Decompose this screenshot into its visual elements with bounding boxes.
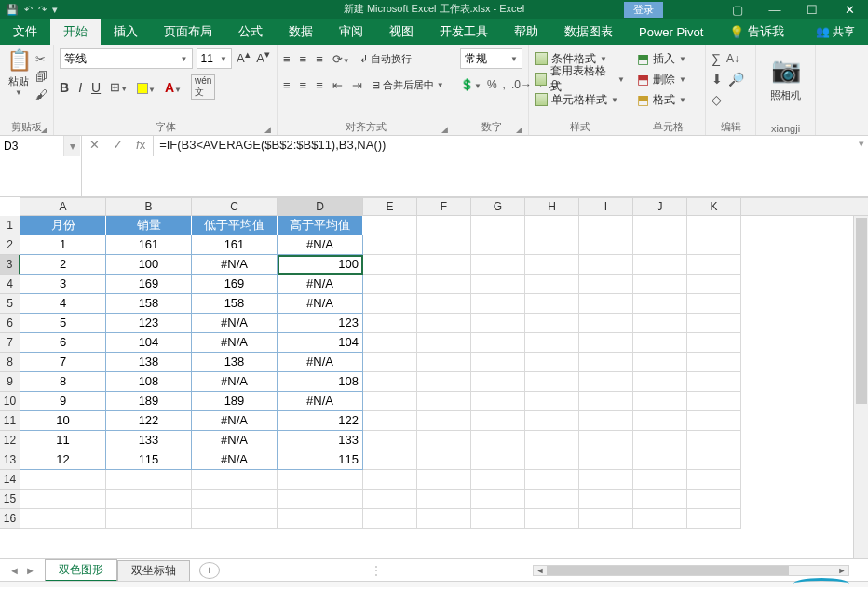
cell[interactable] xyxy=(106,490,192,509)
row-header[interactable]: 10 xyxy=(0,392,20,411)
cell[interactable]: 12 xyxy=(20,450,106,470)
cell[interactable]: #N/A xyxy=(192,255,278,275)
qat-more-icon[interactable]: ▾ xyxy=(52,4,58,16)
insert-cells-button[interactable]: ⬒插入▼ xyxy=(637,48,699,69)
cell[interactable]: #N/A xyxy=(192,450,278,470)
cell[interactable] xyxy=(579,470,633,490)
cell[interactable] xyxy=(525,450,579,470)
cell[interactable] xyxy=(471,255,525,275)
cell[interactable] xyxy=(471,235,525,255)
cell[interactable] xyxy=(687,294,741,314)
align-middle-icon[interactable]: ≡ xyxy=(300,52,307,66)
cell[interactable]: #N/A xyxy=(192,314,278,333)
horizontal-scrollbar[interactable]: ◄ ► xyxy=(533,565,849,576)
add-sheet-button[interactable]: + xyxy=(199,562,220,579)
cell[interactable]: 189 xyxy=(106,392,192,411)
cell[interactable]: 169 xyxy=(106,275,192,294)
tab-developer[interactable]: 开发工具 xyxy=(427,19,501,45)
cell[interactable] xyxy=(363,392,417,411)
align-bottom-icon[interactable]: ≡ xyxy=(316,52,323,66)
cell[interactable] xyxy=(633,372,687,392)
cell[interactable] xyxy=(525,216,579,235)
fill-icon[interactable]: ⬇ xyxy=(712,72,723,87)
cell[interactable] xyxy=(525,294,579,314)
align-top-icon[interactable]: ≡ xyxy=(283,52,291,66)
cell[interactable] xyxy=(579,294,633,314)
cell[interactable] xyxy=(471,450,525,470)
cell[interactable] xyxy=(20,470,106,490)
font-color-button[interactable]: A▼ xyxy=(165,80,182,95)
cell[interactable] xyxy=(525,392,579,411)
share-button[interactable]: 👥 共享 xyxy=(803,19,868,45)
expand-formula-bar-icon[interactable]: ▾ xyxy=(859,138,864,150)
column-header[interactable]: G xyxy=(471,198,525,215)
row-header[interactable]: 6 xyxy=(0,314,20,333)
dialog-launcher-icon[interactable]: ◢ xyxy=(516,125,522,134)
save-icon[interactable]: 💾 xyxy=(6,4,19,16)
cell[interactable] xyxy=(687,490,741,509)
cell[interactable] xyxy=(192,490,278,509)
cut-icon[interactable]: ✂ xyxy=(35,52,47,66)
ribbon-options-icon[interactable]: ▢ xyxy=(719,3,756,17)
row-header[interactable]: 12 xyxy=(0,431,20,450)
cell[interactable] xyxy=(363,255,417,275)
cell[interactable] xyxy=(687,450,741,470)
cell[interactable]: #N/A xyxy=(192,431,278,450)
copy-icon[interactable]: 🗐 xyxy=(35,70,47,84)
cell[interactable]: 9 xyxy=(20,392,106,411)
scroll-left-icon[interactable]: ◄ xyxy=(534,566,547,575)
column-header[interactable]: C xyxy=(192,198,278,215)
cell[interactable] xyxy=(417,255,471,275)
cell[interactable]: 169 xyxy=(192,275,278,294)
row-header[interactable]: 11 xyxy=(0,411,20,431)
column-header[interactable]: I xyxy=(579,198,633,215)
cell[interactable]: 122 xyxy=(106,411,192,431)
cell[interactable]: 115 xyxy=(106,450,192,470)
sheet-nav-next-icon[interactable]: ► xyxy=(25,565,35,576)
cell[interactable]: #N/A xyxy=(278,392,363,411)
accounting-button[interactable]: 💲▼ xyxy=(460,78,481,91)
cell[interactable] xyxy=(687,255,741,275)
cell[interactable] xyxy=(633,314,687,333)
cell[interactable] xyxy=(417,294,471,314)
cell[interactable] xyxy=(417,509,471,529)
cell[interactable] xyxy=(633,235,687,255)
cell[interactable]: 低于平均值 xyxy=(192,216,278,235)
cell[interactable] xyxy=(20,490,106,509)
cell[interactable]: 7 xyxy=(20,353,106,372)
cell[interactable] xyxy=(471,392,525,411)
cell[interactable] xyxy=(471,216,525,235)
cell[interactable] xyxy=(471,470,525,490)
cell[interactable] xyxy=(687,235,741,255)
cell[interactable] xyxy=(633,470,687,490)
cell[interactable] xyxy=(417,411,471,431)
cell[interactable]: 高于平均值 xyxy=(278,216,363,235)
cell[interactable] xyxy=(633,411,687,431)
percent-button[interactable]: % xyxy=(487,78,497,91)
cell[interactable] xyxy=(192,509,278,529)
cell[interactable] xyxy=(633,490,687,509)
cell[interactable] xyxy=(687,353,741,372)
cell[interactable] xyxy=(417,450,471,470)
cell[interactable] xyxy=(633,509,687,529)
tab-page-layout[interactable]: 页面布局 xyxy=(151,19,225,45)
cell[interactable] xyxy=(525,411,579,431)
cell[interactable] xyxy=(525,372,579,392)
cell[interactable] xyxy=(579,255,633,275)
cell[interactable]: 2 xyxy=(20,255,106,275)
cell[interactable] xyxy=(363,372,417,392)
decrease-font-icon[interactable]: A▾ xyxy=(255,48,271,69)
cell[interactable] xyxy=(106,509,192,529)
tab-data[interactable]: 数据 xyxy=(276,19,326,45)
cell[interactable] xyxy=(363,275,417,294)
cell[interactable] xyxy=(525,353,579,372)
cell[interactable]: 104 xyxy=(278,333,363,353)
row-header[interactable]: 13 xyxy=(0,450,20,470)
cell[interactable] xyxy=(525,470,579,490)
dialog-launcher-icon[interactable]: ◢ xyxy=(441,125,448,134)
cell[interactable]: 108 xyxy=(278,372,363,392)
font-name-dropdown[interactable]: 等线▼ xyxy=(60,48,193,69)
row-header[interactable]: 9 xyxy=(0,372,20,392)
login-button[interactable]: 登录 xyxy=(624,2,663,18)
cell[interactable]: 6 xyxy=(20,333,106,353)
